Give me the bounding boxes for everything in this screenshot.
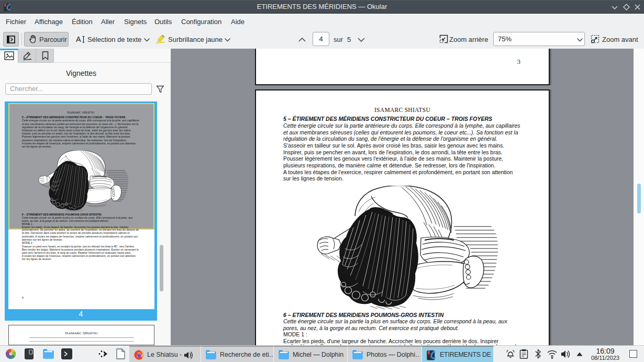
svg-text:A: A	[76, 35, 81, 43]
